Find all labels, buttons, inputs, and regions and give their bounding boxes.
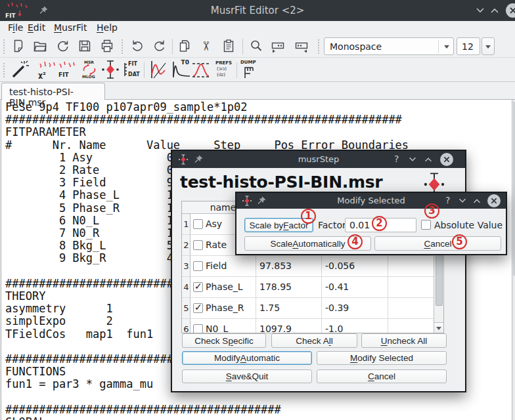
param-value: 1097.9 [259,324,292,333]
absolute-value-checkbox[interactable] [421,220,431,230]
musrstep-title: musrStep [172,154,465,164]
param-name: N0_L [206,324,228,333]
chevron-down-icon [444,45,449,49]
msr-filename-heading: test-histo-PSI-BIN.msr [180,173,382,192]
cut-icon[interactable]: ✂ [198,38,214,54]
step-cancel-button[interactable]: Cancel [317,369,447,383]
paste-icon[interactable] [221,38,236,54]
close-icon[interactable] [440,153,453,166]
param-value: 178.95 [259,282,292,292]
musrview-icon[interactable] [100,59,121,80]
toolbar-handle[interactable] [317,39,320,54]
menu-edit[interactable]: Edit [28,22,45,33]
find-next-icon[interactable] [270,38,286,54]
row-checkbox-checked[interactable]: ✓ [193,303,203,313]
musrwiz-icon[interactable] [9,59,30,80]
modify-selected-button[interactable]: Modify Selected [317,351,447,365]
msr2mlog-icon[interactable]: MSR MLOG [79,59,100,80]
row-number: 5 [182,303,190,313]
musrfit-icon[interactable]: FIT [56,59,77,80]
row-number: 4 [182,282,190,292]
modify-selected-dialog: Modify Selected ? Scale by Factor Factor… [235,192,507,255]
plot-icon[interactable] [148,59,169,80]
maximize-icon[interactable] [489,5,501,16]
musrt0-icon[interactable]: T0 [169,59,190,80]
toolbar-separator [242,39,243,54]
param-value: 97.853 [259,261,292,271]
copy-icon[interactable] [177,38,192,54]
musrfit-toolbar: χ² FIT MSR MLOG FIT DAT [0,58,515,82]
search-icon[interactable] [248,38,264,54]
table-row[interactable]: 3 Field 97.853 -0.056 [182,256,443,277]
table-row[interactable]: 4 ✓ Phase_L 178.95 -0.41 [182,277,443,298]
factor-label: Factor [318,220,346,230]
row-checkbox[interactable] [193,219,203,229]
calc-chisq-icon[interactable]: χ² [36,59,57,80]
table-row[interactable]: 6 N0_L 1097.9 -1.0 [182,319,443,333]
close-icon[interactable] [506,3,515,18]
modify-titlebar: Modify Selected ? [236,193,506,209]
row-checkbox-checked[interactable]: ✓ [193,282,203,292]
checkmark: ✓ [194,281,202,291]
musrdump-icon[interactable]: DUMP [239,59,260,80]
check-specific-button[interactable]: Check Specific [182,333,266,348]
param-step: -0.056 [325,261,355,271]
param-name: Asy [206,219,222,229]
row-number: 3 [182,261,190,271]
toolbar-handle[interactable] [3,39,5,54]
tab-label: test-histo-PSI-BIN.msr [9,87,104,108]
help-icon[interactable]: ? [445,195,450,205]
checkmark: ✓ [194,302,202,312]
minimize-icon[interactable] [457,196,468,206]
musrstep-titlebar: musrStep ? [172,151,465,168]
font-size-value: 12 [462,41,474,52]
editor-scrollbar[interactable] [512,100,515,420]
uncheck-all-button[interactable]: Uncheck All [361,333,447,348]
maximize-icon[interactable] [423,154,434,165]
row-number: 1 [182,219,190,229]
window-title: MusrFit Editor <2> [0,5,515,16]
scroll-down-button[interactable] [434,322,443,333]
row-checkbox[interactable] [193,324,203,333]
help-icon[interactable]: ? [394,154,399,164]
save-icon[interactable] [77,38,93,54]
musrstep-dialog: musrStep ? test-histo-PSI-BIN.msr name [171,150,466,392]
modify-automatic-button[interactable]: Modify Automatic [182,351,312,365]
modify-cancel-button[interactable]: Cancel [374,236,501,251]
close-icon[interactable] [487,194,501,207]
fourier-icon[interactable] [190,59,212,80]
check-all-button[interactable]: Check All [271,333,357,348]
param-name: Phase_L [206,282,243,292]
new-file-icon[interactable] [11,38,26,54]
row-checkbox[interactable] [193,240,203,250]
menu-file[interactable]: File [8,22,23,33]
param-step: -0.41 [325,282,349,292]
main-toolbar: ✂ Monospace 12 [0,35,515,58]
toolbar-handle[interactable] [3,62,5,78]
param-step: -1.0 [325,324,343,333]
print-icon[interactable] [99,38,115,54]
undo-icon[interactable] [129,38,145,54]
window-titlebar: FIT MusrFit Editor <2> [0,0,515,21]
menu-help[interactable]: Help [97,22,118,33]
minimize-icon[interactable] [474,5,486,16]
musrprefs-icon[interactable]: PREFS (ɔıɔ) (ılz) [214,59,235,80]
row-checkbox[interactable] [193,261,203,271]
find-previous-icon[interactable] [294,38,309,54]
menu-musrfit[interactable]: MusrFit [54,22,87,33]
open-file-icon[interactable] [32,38,48,54]
row-number: 2 [182,240,190,250]
table-row[interactable]: 5 ✓ Phase_R 1.75 -0.39 [182,298,443,319]
msr2dat-icon[interactable]: FIT DAT [122,59,143,80]
font-size-dropdown-button[interactable] [481,37,495,55]
minimize-icon[interactable] [407,154,418,165]
font-size-field[interactable]: 12 [457,37,480,55]
save-quit-button[interactable]: Save&Quit [182,369,312,383]
redo-icon[interactable] [152,38,168,54]
font-family-select[interactable]: Monospace [324,37,454,55]
chevron-down-icon [485,45,491,49]
maximize-icon[interactable] [472,196,482,206]
tab-test-histo-psi-bin[interactable]: test-histo-PSI-BIN.msr [1,83,105,100]
reload-icon[interactable] [55,38,70,54]
toolbar-handle[interactable] [121,39,123,54]
